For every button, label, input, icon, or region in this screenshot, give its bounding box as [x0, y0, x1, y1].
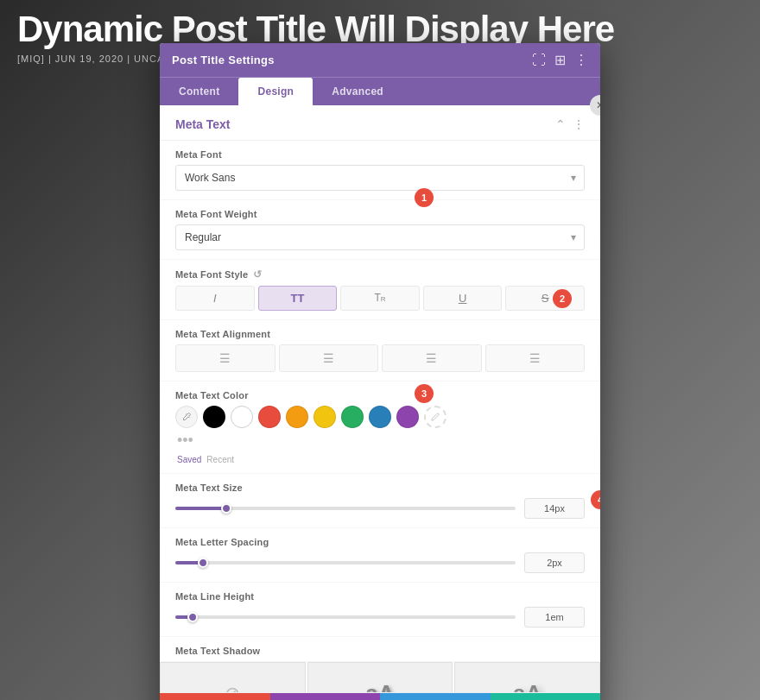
meta-text-size-label: Meta Text Size [175, 482, 585, 493]
panel-header-icons: ⛶ ⊞ ⋮ [532, 52, 588, 68]
meta-font-weight-select-wrap: Regular Bold Light ▾ [175, 224, 585, 250]
color-red[interactable] [258, 406, 281, 428]
custom-color-button[interactable] [424, 406, 446, 428]
color-black[interactable] [203, 406, 225, 428]
cancel-button[interactable]: ✕ [160, 693, 270, 700]
shadow-1-item[interactable]: aA [307, 662, 453, 692]
reset-button[interactable]: ↺ [270, 693, 381, 700]
meta-letter-spacing-label: Meta Letter Spacing [175, 537, 585, 547]
meta-font-select-wrap: Work Sans Arial Georgia ▾ [175, 165, 585, 191]
meta-line-height-field: Meta Line Height [160, 583, 600, 637]
strikethrough-button[interactable]: S [505, 286, 585, 311]
panel-header: Post Title Settings ⛶ ⊞ ⋮ [160, 43, 600, 77]
color-yellow[interactable] [314, 406, 336, 428]
meta-letter-spacing-slider-row [175, 552, 585, 573]
section-title: Meta Text [175, 117, 231, 131]
font-style-reset-icon[interactable]: ↺ [253, 268, 262, 281]
alignment-buttons: ☰ ☰ ☰ ☰ [175, 344, 585, 372]
meta-font-field: Meta Font Work Sans Arial Georgia ▾ [160, 141, 600, 200]
saved-label[interactable]: Saved [177, 455, 201, 464]
settings-panel: 1 2 3 4 ✕ Post Title Settings ⛶ ⊞ ⋮ Cont… [160, 43, 600, 700]
font-style-buttons: I TT Tr U S [175, 286, 585, 311]
color-swatches-row [175, 406, 585, 428]
smallcaps-button[interactable]: Tr [340, 286, 420, 311]
more-dots-icon[interactable]: ••• [177, 432, 193, 450]
save-button[interactable]: ✓ [491, 693, 601, 700]
badge-1: 1 [415, 188, 434, 207]
meta-font-label: Meta Font [175, 149, 585, 160]
panel-body: Meta Text ⌃ ⋮ Meta Font Work Sans Arial … [160, 105, 600, 692]
meta-line-height-slider-row [175, 607, 585, 627]
section-header: Meta Text ⌃ ⋮ [160, 105, 600, 141]
badge-3: 3 [415, 384, 434, 403]
shadow-2-text: aA [513, 680, 542, 692]
meta-font-weight-label: Meta Font Weight [175, 209, 585, 219]
italic-button[interactable]: I [175, 286, 255, 311]
tab-design[interactable]: Design [238, 78, 313, 105]
section-header-icons: ⌃ ⋮ [555, 117, 585, 131]
meta-letter-spacing-track[interactable] [175, 561, 516, 564]
meta-text-size-track[interactable] [175, 507, 516, 510]
meta-text-color-field: Meta Text Color [160, 382, 600, 474]
section-more-icon[interactable]: ⋮ [573, 117, 585, 131]
align-right-button[interactable]: ☰ [382, 344, 482, 372]
shadow-2-item[interactable]: aA [454, 662, 600, 692]
shadow-1-text: aA [365, 680, 394, 692]
color-green[interactable] [341, 406, 364, 428]
color-blue[interactable] [369, 406, 391, 428]
meta-font-select[interactable]: Work Sans Arial Georgia [175, 165, 585, 191]
meta-line-height-label: Meta Line Height [175, 591, 585, 602]
tab-advanced[interactable]: Advanced [313, 78, 402, 105]
shadow-none-item[interactable]: ⊘ [160, 662, 306, 692]
eyedropper-tool[interactable] [175, 406, 198, 428]
align-justify-button[interactable]: ☰ [485, 344, 586, 372]
modal-overlay: 1 2 3 4 ✕ Post Title Settings ⛶ ⊞ ⋮ Cont… [0, 0, 760, 700]
meta-text-alignment-field: Meta Text Alignment ☰ ☰ ☰ ☰ [160, 320, 600, 382]
meta-text-size-input[interactable] [524, 498, 585, 519]
meta-letter-spacing-input[interactable] [524, 552, 585, 573]
meta-text-shadow-label: Meta Text Shadow [175, 646, 585, 656]
align-center-button[interactable]: ☰ [279, 344, 379, 372]
shadow-grid: ⊘ aA aA aA a.A aA [160, 662, 600, 692]
meta-text-size-field: Meta Text Size [160, 474, 600, 528]
meta-letter-spacing-thumb[interactable] [198, 558, 208, 568]
color-purple[interactable] [396, 406, 419, 428]
meta-line-height-thumb[interactable] [187, 612, 198, 622]
recent-label[interactable]: Recent [206, 455, 234, 464]
more-icon[interactable]: ⋮ [574, 52, 588, 68]
tabs-row: Content Design Advanced [160, 77, 600, 105]
meta-line-height-track[interactable] [175, 615, 516, 619]
meta-font-weight-field: Meta Font Weight Regular Bold Light ▾ [160, 200, 600, 260]
collapse-icon[interactable]: ⌃ [555, 117, 566, 131]
badge-2: 2 [553, 289, 572, 308]
columns-icon[interactable]: ⊞ [554, 52, 566, 68]
tab-content[interactable]: Content [160, 78, 238, 105]
meta-letter-spacing-field: Meta Letter Spacing [160, 528, 600, 583]
meta-text-size-fill [175, 507, 226, 510]
meta-line-height-input[interactable] [524, 607, 585, 627]
meta-text-alignment-label: Meta Text Alignment [175, 329, 585, 339]
underline-button[interactable]: U [423, 286, 503, 311]
meta-text-shadow-field: Meta Text Shadow [160, 637, 600, 662]
panel-title: Post Title Settings [172, 54, 275, 66]
redo-button[interactable]: ↻ [380, 693, 491, 700]
color-white[interactable] [231, 406, 253, 428]
meta-font-weight-select[interactable]: Regular Bold Light [175, 224, 585, 250]
shadow-none-icon: ⊘ [225, 683, 240, 693]
panel-footer: ✕ ↺ ↻ ✓ [160, 692, 600, 700]
align-left-button[interactable]: ☰ [175, 344, 276, 372]
meta-text-size-slider-row [175, 498, 585, 519]
color-orange[interactable] [286, 406, 308, 428]
meta-text-color-label: Meta Text Color [175, 390, 585, 400]
fullscreen-icon[interactable]: ⛶ [532, 53, 546, 68]
meta-font-style-field: Meta Font Style ↺ I TT Tr U S [160, 260, 600, 320]
saved-recent-row: Saved Recent [175, 455, 585, 464]
meta-text-size-thumb[interactable] [221, 503, 231, 514]
bold-tt-button[interactable]: TT [258, 286, 338, 311]
meta-font-style-label: Meta Font Style ↺ [175, 268, 585, 281]
